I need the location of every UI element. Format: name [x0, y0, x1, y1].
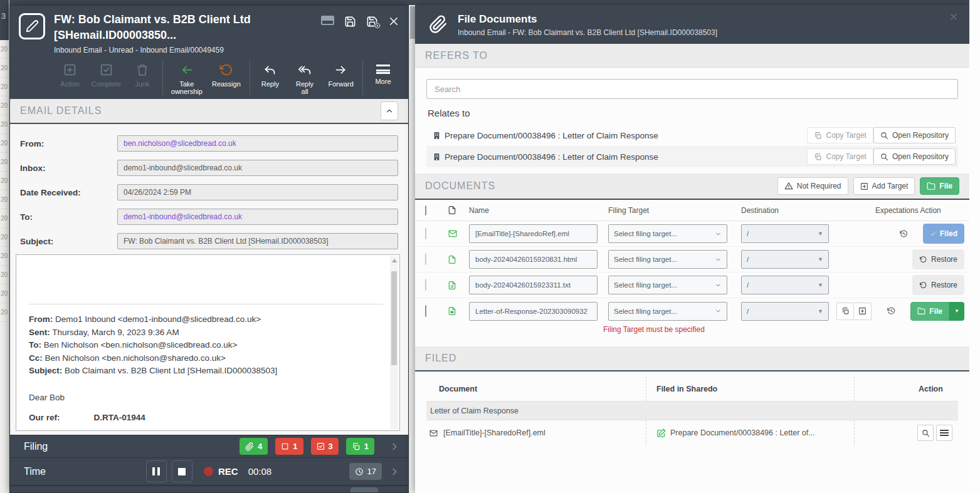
- collapse-section-button[interactable]: [381, 101, 398, 120]
- dialog-subtitle: Inbound Email - FW: Bob Claimant vs. B2B…: [458, 28, 717, 37]
- duplicate-row-button[interactable]: [836, 303, 854, 320]
- document-name-input[interactable]: [469, 276, 598, 294]
- save-icon[interactable]: [344, 16, 356, 28]
- filing-accordion-bar[interactable]: Filing 4 1 3 1: [10, 435, 408, 457]
- forward-button[interactable]: Forward: [323, 60, 359, 96]
- reply-all-button[interactable]: Reply all: [287, 60, 323, 96]
- time-entries-badge[interactable]: 17: [349, 463, 382, 480]
- restore-icon: [919, 281, 927, 289]
- save-close-icon[interactable]: [366, 16, 378, 28]
- scroll-up-arrow-icon[interactable]: [392, 259, 397, 262]
- filed-button[interactable]: Filed: [923, 224, 964, 244]
- background-row-fragment: 20: [0, 247, 9, 266]
- restore-icon: [919, 256, 927, 264]
- complete-button[interactable]: Complete: [87, 60, 126, 96]
- time-expand-button[interactable]: [389, 467, 399, 477]
- file-split-button[interactable]: File ▼: [910, 302, 964, 321]
- select-all-checkbox[interactable]: [425, 205, 426, 215]
- row-checkbox[interactable]: [425, 305, 426, 317]
- close-icon[interactable]: [388, 16, 399, 27]
- row-checkbox[interactable]: [425, 279, 426, 291]
- subject-field[interactable]: [117, 233, 398, 249]
- restore-button[interactable]: Restore: [912, 249, 964, 269]
- email-title-line1: FW: Bob Claimant vs. B2B Client Ltd: [54, 12, 312, 28]
- filing-target-select[interactable]: Select filing target...: [608, 250, 727, 269]
- action-button[interactable]: Action: [54, 60, 87, 96]
- caret-down-icon: ▼: [818, 256, 823, 262]
- destination-select[interactable]: / ▼: [741, 250, 829, 269]
- file-all-button[interactable]: File: [920, 177, 959, 195]
- take-ownership-button[interactable]: Take ownership: [167, 60, 207, 96]
- destination-select[interactable]: / ▼: [741, 276, 829, 294]
- preview-button[interactable]: [917, 425, 934, 441]
- close-icon[interactable]: [949, 5, 958, 21]
- email-body-greeting: Dear Bob: [29, 392, 383, 405]
- filing-target-select[interactable]: Select filing target...: [608, 224, 727, 243]
- compose-edit-icon: [19, 13, 45, 39]
- dock-panel-icon[interactable]: [321, 16, 334, 25]
- row-menu-button[interactable]: [936, 425, 952, 441]
- file-documents-modal: File Documents Inbound Email - FW: Bob C…: [415, 5, 969, 493]
- refers-to-title: REFERS TO: [425, 50, 488, 61]
- search-input[interactable]: [426, 79, 958, 99]
- scrollbar-thumb[interactable]: [391, 271, 397, 365]
- background-row-fragment: 20: [0, 59, 9, 78]
- file-button[interactable]: File: [910, 302, 949, 321]
- from-field[interactable]: [117, 135, 398, 152]
- toolbar-separator: [250, 61, 250, 95]
- filed-count-badge[interactable]: 1: [346, 438, 374, 455]
- file-options-caret[interactable]: ▼: [949, 302, 964, 321]
- paperclip-icon: [429, 14, 448, 35]
- restore-button[interactable]: Restore: [912, 275, 964, 295]
- inbox-field[interactable]: [117, 160, 398, 176]
- destination-select[interactable]: / ▼: [741, 224, 829, 243]
- stop-button[interactable]: [172, 460, 192, 482]
- document-name-input[interactable]: [469, 224, 598, 243]
- pending-count-badge[interactable]: 3: [311, 438, 339, 455]
- junk-button[interactable]: Junk: [126, 60, 159, 96]
- unfiled-count-badge[interactable]: 1: [275, 438, 303, 455]
- open-repository-button[interactable]: Open Repository: [873, 127, 956, 143]
- background-row-fragment: 20: [0, 96, 9, 115]
- related-item[interactable]: Prepare Document/00038496 : Letter of Cl…: [433, 152, 658, 162]
- row-checkbox[interactable]: [425, 227, 426, 239]
- email-file-icon: [448, 229, 458, 238]
- time-accordion-bar[interactable]: Time REC 00:08 17: [10, 457, 408, 485]
- copy-target-button[interactable]: Copy Target: [807, 148, 873, 165]
- background-row-fragment: 20: [0, 209, 9, 228]
- destination-select[interactable]: / ▼: [741, 302, 829, 321]
- filing-expand-button[interactable]: [389, 442, 399, 452]
- related-item[interactable]: Prepare Document/00038496 : Letter of Cl…: [433, 131, 658, 140]
- document-name-input[interactable]: [469, 250, 598, 269]
- email-modal-scrollbar[interactable]: [409, 5, 415, 493]
- filed-group-row: Letter of Claim Response: [426, 402, 958, 420]
- add-target-button[interactable]: Add Target: [853, 177, 915, 195]
- history-button[interactable]: [877, 301, 905, 321]
- scrollbar-thumb[interactable]: [410, 6, 415, 39]
- attachments-count-badge[interactable]: 4: [240, 438, 268, 455]
- edit-square-icon: [656, 428, 666, 438]
- row-checkbox[interactable]: [425, 253, 426, 265]
- folder-icon: [917, 307, 925, 315]
- open-repository-button[interactable]: Open Repository: [873, 148, 956, 165]
- date-received-field[interactable]: [117, 184, 398, 200]
- to-field[interactable]: [117, 209, 398, 225]
- history-button[interactable]: [890, 224, 917, 244]
- document-name-input[interactable]: [469, 302, 598, 321]
- filing-target-select[interactable]: Select filing target...: [608, 276, 727, 294]
- reply-button[interactable]: Reply: [254, 60, 287, 96]
- filed-target-link[interactable]: Prepare Document/00038496 : Letter of...: [656, 428, 815, 438]
- not-required-button[interactable]: Not Required: [777, 177, 848, 195]
- copy-target-button[interactable]: Copy Target: [807, 127, 873, 143]
- email-body-scrollbar[interactable]: [390, 256, 398, 429]
- email-body-preview[interactable]: From: Demo1 Inbound <demo1-inbound@slice…: [16, 254, 400, 431]
- pause-button[interactable]: [146, 460, 167, 482]
- reassign-button[interactable]: Reassign: [207, 60, 246, 96]
- caret-down-icon: ▼: [954, 308, 959, 314]
- email-details-form: From: Inbox: Date Received: To: Subject:: [10, 124, 408, 253]
- add-target-row-button[interactable]: [854, 303, 872, 320]
- more-button[interactable]: More: [367, 60, 399, 96]
- documents-section-bar: DOCUMENTS Not Required Add Target File: [415, 174, 969, 200]
- column-action: Action: [854, 376, 958, 401]
- filing-target-select[interactable]: Select filing target...: [608, 302, 727, 321]
